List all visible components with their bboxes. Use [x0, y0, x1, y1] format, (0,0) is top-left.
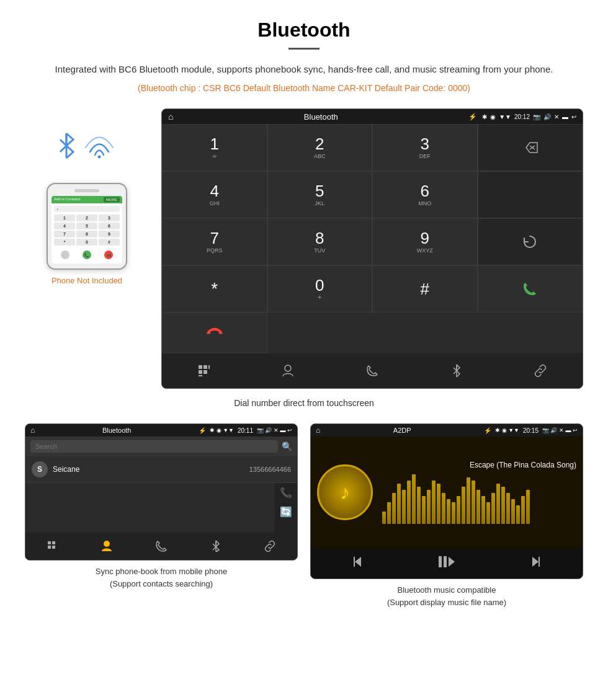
phone-dial-key[interactable]: 8 — [76, 231, 97, 237]
pb-search-icon[interactable]: 🔍 — [282, 441, 292, 451]
phone-not-included-label: Phone Not Included — [51, 276, 122, 285]
eq-bar — [392, 493, 396, 524]
phone-mockup: Add to Contacts MORE + 1 2 3 4 5 6 — [47, 183, 127, 270]
eq-bar — [397, 484, 401, 524]
dial-btn-link[interactable] — [498, 358, 583, 383]
pb-btn-grid[interactable] — [25, 536, 80, 556]
dial-btn-person[interactable] — [246, 358, 331, 383]
music-album-art: ♪ — [317, 464, 373, 520]
dial-btn-grid[interactable] — [162, 358, 246, 383]
pb-status-bar: ⌂ Bluetooth ⚡ ✱ ◉ ▼▼ 20:11 📷 🔊 ✕ ▬ ↩ — [25, 424, 297, 436]
phone-dial-key[interactable]: 7 — [54, 231, 75, 237]
pb-btn-person[interactable] — [80, 536, 135, 556]
camera-icon: 📷 — [533, 113, 540, 120]
eq-bar — [422, 496, 426, 524]
phone-dial-key[interactable]: 4 — [54, 223, 75, 229]
dial-key-4[interactable]: 4GHI — [162, 171, 267, 218]
dial-key-0[interactable]: 0+ — [267, 265, 373, 312]
dial-key-call[interactable] — [478, 265, 583, 312]
dial-key-8[interactable]: 8TUV — [267, 218, 373, 265]
phone-dial-key[interactable]: * — [54, 239, 75, 246]
phone-bottom-bar: 📞 📵 — [54, 249, 120, 261]
dial-key-9[interactable]: 9WXYZ — [372, 218, 478, 265]
music-status-bar: ⌂ A2DP ⚡ ✱ ◉ ▼▼ 20:15 📷 🔊 ✕ ▬ ↩ — [311, 424, 583, 436]
phone-dial-key[interactable]: 0 — [76, 239, 97, 246]
eq-bar — [382, 512, 386, 524]
page-container: Bluetooth Integrated with BC6 Bluetooth … — [0, 0, 608, 636]
eq-bar — [481, 496, 485, 524]
phone-dial-key[interactable]: 5 — [76, 223, 97, 229]
svg-rect-17 — [48, 541, 51, 544]
svg-rect-18 — [52, 541, 55, 544]
pb-home-icon[interactable]: ⌂ — [30, 426, 35, 435]
music-extra-icons: 📷 🔊 ✕ ▬ ↩ — [542, 427, 578, 433]
music-equalizer — [382, 474, 576, 524]
dial-key-5[interactable]: 5JKL — [267, 171, 373, 218]
back-icon[interactable]: ↩ — [571, 113, 576, 120]
pb-refresh-side-icon[interactable]: 🔄 — [280, 506, 292, 518]
eq-bar — [437, 484, 440, 524]
dial-btn-phone[interactable] — [330, 358, 414, 383]
call-icon — [521, 280, 539, 298]
music-home-icon[interactable]: ⌂ — [316, 426, 320, 435]
pb-btn-bluetooth[interactable] — [189, 536, 243, 556]
phone-dial-key[interactable]: 9 — [99, 231, 120, 237]
phone-aside: Add to Contacts MORE + 1 2 3 4 5 6 — [25, 109, 149, 285]
pb-btn-phone[interactable] — [134, 536, 189, 556]
dial-key-6[interactable]: 6MNO — [372, 171, 478, 218]
close-icon[interactable]: ✕ — [554, 113, 559, 120]
dial-key-3[interactable]: 3DEF — [372, 124, 478, 171]
minimize-icon[interactable]: ▬ — [562, 113, 568, 120]
dial-key-2[interactable]: 2ABC — [267, 124, 373, 171]
phone-icon — [366, 365, 378, 377]
dial-key-hash[interactable]: # — [372, 265, 478, 312]
dial-home-icon[interactable]: ⌂ — [168, 112, 173, 122]
dial-key-star[interactable]: * — [162, 265, 267, 312]
svg-point-21 — [104, 541, 110, 547]
svg-rect-7 — [199, 365, 202, 369]
phone-dial-key[interactable]: 2 — [76, 215, 97, 221]
phone-number-display: + — [54, 206, 120, 212]
dial-key-backspace[interactable] — [478, 124, 583, 171]
pb-link-icon — [264, 540, 276, 552]
eq-bar — [407, 481, 411, 524]
phone-btn-call[interactable]: 📞 — [83, 250, 91, 259]
pb-search-input[interactable] — [30, 440, 278, 453]
dial-keypad: 1∞ 2ABC 3DEF 4GHI — [162, 124, 583, 353]
status-icons: ✱ ◉ ▼▼ 20:12 📷 🔊 ✕ ▬ ↩ — [482, 113, 576, 120]
phone-dial-key[interactable]: 6 — [99, 223, 120, 229]
eq-bar — [516, 505, 520, 524]
music-playpause-btn[interactable] — [438, 554, 455, 572]
bt-status-icon: ✱ — [482, 113, 487, 120]
pb-phone-icon — [156, 541, 167, 552]
phone-btn-back[interactable] — [61, 250, 69, 259]
title-divider — [288, 48, 320, 50]
dial-key-refresh[interactable] — [478, 218, 583, 265]
dial-btn-bluetooth[interactable] — [414, 358, 499, 383]
phone-dial-key[interactable]: 3 — [99, 215, 120, 221]
phone-dial-grid: 1 2 3 4 5 6 7 8 9 * 0 # — [54, 215, 120, 246]
phone-dial-key[interactable]: # — [99, 239, 120, 246]
link-icon — [534, 364, 547, 378]
pb-call-side-icon[interactable]: 📞 — [280, 487, 292, 498]
music-block: ⌂ A2DP ⚡ ✱ ◉ ▼▼ 20:15 📷 🔊 ✕ ▬ ↩ ♪ Escape… — [310, 423, 583, 608]
pb-contact[interactable]: S Seicane 13566664466 — [25, 456, 297, 483]
phone-dial-key[interactable]: 1 — [54, 215, 75, 221]
phonebook-screen: ⌂ Bluetooth ⚡ ✱ ◉ ▼▼ 20:11 📷 🔊 ✕ ▬ ↩ 🔍 S… — [25, 423, 298, 560]
dial-bottom-bar — [162, 353, 583, 388]
dial-title: Bluetooth — [178, 112, 463, 122]
eq-bar — [462, 487, 465, 524]
next-icon — [526, 554, 541, 569]
phone-btn-end[interactable]: 📵 — [104, 250, 113, 259]
dial-key-end[interactable] — [162, 312, 267, 353]
svg-rect-11 — [203, 370, 207, 374]
music-prev-btn[interactable] — [352, 554, 367, 572]
svg-marker-25 — [355, 557, 361, 567]
pb-btn-link[interactable] — [243, 536, 297, 556]
dial-key-7[interactable]: 7PQRS — [162, 218, 267, 265]
dial-key-1[interactable]: 1∞ — [162, 124, 267, 171]
person-icon — [282, 364, 294, 378]
music-next-btn[interactable] — [526, 554, 541, 572]
pb-person-icon — [101, 540, 112, 552]
play-pause-icon — [438, 554, 455, 569]
